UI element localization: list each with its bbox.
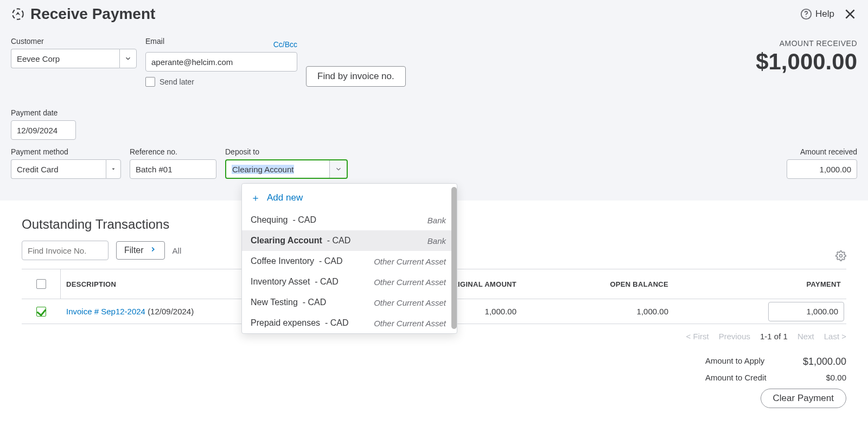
pager-next[interactable]: Next — [797, 332, 814, 341]
customer-dropdown-button[interactable] — [119, 49, 137, 68]
customer-label: Customer — [11, 37, 137, 46]
dropdown-option-chequing[interactable]: Chequing - CAD Bank — [242, 210, 457, 230]
find-by-invoice-button[interactable]: Find by invoice no. — [306, 66, 406, 87]
invoice-date: (12/09/2024) — [148, 307, 194, 316]
deposit-to-dropdown-button[interactable] — [329, 160, 347, 178]
page-title: Receive Payment — [30, 5, 155, 23]
table-settings-button[interactable] — [835, 250, 846, 263]
payment-method-label: Payment method — [11, 147, 121, 156]
dropdown-add-new-label: Add new — [267, 192, 303, 203]
svg-point-2 — [806, 16, 807, 17]
payment-method-dropdown-button[interactable] — [106, 159, 121, 179]
help-label: Help — [815, 9, 834, 20]
close-button[interactable] — [843, 7, 857, 21]
deposit-to-label: Deposit to — [225, 147, 348, 156]
pager-range: 1-1 of 1 — [760, 332, 788, 341]
ccbcc-link[interactable]: Cc/Bcc — [273, 40, 297, 49]
help-button[interactable]: Help — [800, 8, 834, 20]
pager-first[interactable]: < First — [686, 332, 709, 341]
dropdown-option-inventory-asset[interactable]: Inventory Asset - CAD Other Current Asse… — [242, 272, 457, 292]
customer-input[interactable] — [11, 49, 119, 68]
deposit-to-input[interactable]: Clearing Account — [226, 160, 329, 178]
totals: Amount to Apply $1,000.00 Amount to Cred… — [22, 356, 846, 382]
find-invoice-input[interactable] — [22, 241, 108, 260]
send-later-label: Send later — [159, 78, 194, 86]
dropdown-option-prepaid-expenses[interactable]: Prepaid expenses - CAD Other Current Ass… — [242, 313, 457, 333]
amount-to-apply-label: Amount to Apply — [705, 356, 764, 367]
plus-icon: ＋ — [251, 191, 260, 204]
dropdown-option-clearing-account[interactable]: Clearing Account - CAD Bank — [242, 230, 457, 251]
chevron-right-icon — [149, 246, 157, 255]
invoice-link[interactable]: Invoice # Sep12-2024 — [66, 307, 145, 316]
dropdown-option-new-testing[interactable]: New Testing - CAD Other Current Asset — [242, 292, 457, 313]
amount-received-field-label: Amount received — [787, 147, 857, 156]
deposit-to-value: Clearing Account — [232, 165, 294, 174]
amount-received-input[interactable] — [787, 159, 857, 179]
deposit-to-dropdown: ＋ Add new Chequing - CAD Bank Clearing A… — [241, 183, 457, 334]
filter-all-label: All — [173, 246, 182, 255]
filter-button[interactable]: Filter — [116, 241, 165, 260]
receive-payment-icon — [11, 7, 25, 21]
help-icon — [800, 8, 812, 20]
select-all-checkbox[interactable] — [36, 279, 46, 289]
row-open: 1,000.00 — [516, 307, 668, 316]
svg-point-3 — [840, 255, 843, 257]
payment-date-input[interactable] — [11, 120, 76, 140]
dropdown-option-coffee-inventory[interactable]: Coffee Inventory - CAD Other Current Ass… — [242, 251, 457, 272]
page-header: Receive Payment Help — [11, 5, 857, 23]
amount-to-apply-value: $1,000.00 — [803, 356, 846, 367]
dropdown-add-new[interactable]: ＋ Add new — [242, 184, 457, 210]
reference-input[interactable] — [130, 159, 216, 179]
col-payment: PAYMENT — [668, 280, 846, 288]
payment-date-label: Payment date — [11, 108, 76, 117]
email-label: Email — [145, 37, 164, 46]
send-later-checkbox[interactable] — [145, 77, 155, 87]
filter-label: Filter — [124, 246, 144, 255]
amount-to-credit-label: Amount to Credit — [705, 373, 767, 382]
payment-method-input[interactable] — [11, 159, 106, 179]
row-payment-input[interactable] — [768, 302, 844, 321]
clear-payment-button[interactable]: Clear Payment — [761, 389, 846, 408]
col-open: OPEN BALANCE — [516, 280, 668, 288]
pager-last[interactable]: Last > — [824, 332, 846, 341]
pager-prev[interactable]: Previous — [719, 332, 750, 341]
reference-label: Reference no. — [130, 147, 216, 156]
email-input[interactable] — [145, 52, 297, 72]
amount-to-credit-value: $0.00 — [826, 373, 846, 382]
row-checkbox[interactable] — [36, 307, 46, 317]
